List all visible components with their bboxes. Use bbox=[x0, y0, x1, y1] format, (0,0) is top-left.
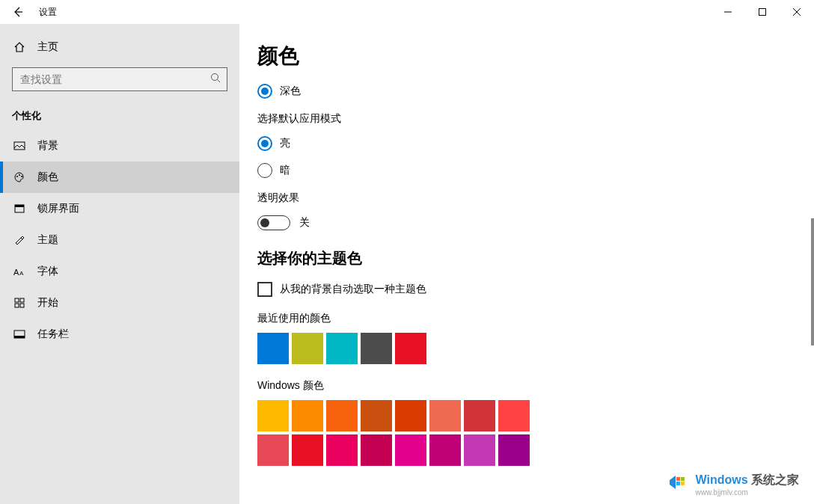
search-input[interactable] bbox=[13, 68, 227, 90]
svg-rect-11 bbox=[15, 205, 24, 207]
page-title: 颜色 bbox=[257, 42, 784, 70]
radio-dark-app[interactable]: 暗 bbox=[257, 163, 784, 178]
search-icon bbox=[210, 73, 221, 86]
sidebar-item-label: 任务栏 bbox=[37, 328, 69, 341]
color-swatch[interactable] bbox=[361, 434, 392, 466]
transparency-toggle[interactable] bbox=[257, 215, 290, 230]
checkbox-label: 从我的背景自动选取一种主题色 bbox=[280, 283, 426, 296]
radio-icon bbox=[257, 136, 272, 151]
sidebar-item-label: 开始 bbox=[37, 296, 58, 310]
color-swatch[interactable] bbox=[498, 400, 530, 431]
start-icon bbox=[12, 297, 27, 309]
svg-rect-24 bbox=[681, 482, 685, 485]
watermark-title: Windows 系统之家 bbox=[695, 473, 799, 488]
sidebar-section-title: 个性化 bbox=[0, 102, 239, 130]
svg-rect-22 bbox=[681, 477, 685, 481]
sidebar-item-label: 主题 bbox=[37, 233, 58, 247]
color-swatch[interactable] bbox=[464, 400, 495, 431]
recent-colors-label: 最近使用的颜色 bbox=[257, 312, 784, 325]
radio-label: 暗 bbox=[280, 164, 290, 177]
back-button[interactable] bbox=[0, 0, 36, 24]
windows-colors-label: Windows 颜色 bbox=[257, 379, 784, 393]
svg-rect-17 bbox=[20, 304, 24, 307]
radio-dark-windows[interactable]: 深色 bbox=[257, 84, 784, 99]
themes-icon bbox=[12, 234, 27, 246]
minimize-icon bbox=[724, 8, 732, 16]
picture-icon bbox=[12, 140, 27, 152]
color-swatch[interactable] bbox=[395, 400, 426, 431]
sidebar-item-lockscreen[interactable]: 锁屏界面 bbox=[0, 193, 239, 224]
svg-point-7 bbox=[16, 176, 18, 177]
arrow-left-icon bbox=[12, 6, 24, 18]
watermark: Windows 系统之家 www.bjjmlv.com bbox=[667, 473, 799, 497]
home-label: 主页 bbox=[37, 40, 58, 54]
color-swatch[interactable] bbox=[395, 333, 426, 364]
color-swatch[interactable] bbox=[498, 434, 530, 466]
home-icon bbox=[12, 41, 27, 53]
recent-colors-grid bbox=[257, 333, 557, 364]
radio-icon bbox=[257, 163, 272, 178]
palette-icon bbox=[12, 171, 27, 183]
scrollbar-thumb[interactable] bbox=[811, 218, 814, 345]
sidebar-item-background[interactable]: 背景 bbox=[0, 130, 239, 162]
sidebar-item-label: 背景 bbox=[37, 139, 58, 153]
svg-point-4 bbox=[212, 74, 218, 81]
content-area: 颜色 深色 选择默认应用模式 亮 暗 透明效果 关 选择你的主题色 从我的背景自… bbox=[239, 24, 814, 504]
watermark-url: www.bjjmlv.com bbox=[695, 488, 799, 497]
sidebar-item-themes[interactable]: 主题 bbox=[0, 224, 239, 256]
search-box[interactable] bbox=[12, 67, 227, 91]
fonts-icon: AA bbox=[12, 266, 27, 277]
svg-text:A: A bbox=[13, 268, 19, 277]
color-swatch[interactable] bbox=[257, 400, 289, 431]
radio-label: 深色 bbox=[280, 84, 301, 98]
svg-rect-1 bbox=[759, 9, 766, 16]
sidebar-item-fonts[interactable]: AA 字体 bbox=[0, 256, 239, 287]
minimize-button[interactable] bbox=[711, 0, 745, 24]
home-link[interactable]: 主页 bbox=[0, 33, 239, 61]
svg-marker-20 bbox=[670, 476, 676, 489]
sidebar-item-colors[interactable]: 颜色 bbox=[0, 162, 239, 193]
maximize-icon bbox=[759, 8, 766, 16]
close-button[interactable] bbox=[780, 0, 814, 24]
color-swatch[interactable] bbox=[395, 434, 426, 466]
color-swatch[interactable] bbox=[257, 333, 289, 364]
svg-line-5 bbox=[218, 80, 221, 83]
svg-rect-21 bbox=[676, 477, 680, 481]
radio-icon bbox=[257, 84, 272, 99]
auto-pick-checkbox-row[interactable]: 从我的背景自动选取一种主题色 bbox=[257, 282, 784, 297]
svg-point-9 bbox=[21, 176, 22, 177]
color-swatch[interactable] bbox=[292, 333, 323, 364]
sidebar-item-taskbar[interactable]: 任务栏 bbox=[0, 319, 239, 350]
windows-logo-icon bbox=[667, 473, 688, 497]
maximize-button[interactable] bbox=[745, 0, 780, 24]
color-swatch[interactable] bbox=[429, 434, 461, 466]
sidebar: 主页 个性化 背景 颜色 锁屏界面 主题 AA 字体 bbox=[0, 24, 239, 504]
color-swatch[interactable] bbox=[429, 400, 461, 431]
svg-rect-16 bbox=[15, 304, 19, 307]
sidebar-item-label: 锁屏界面 bbox=[37, 202, 79, 215]
window-title: 设置 bbox=[39, 6, 57, 19]
taskbar-icon bbox=[12, 328, 27, 340]
color-swatch[interactable] bbox=[326, 333, 358, 364]
sidebar-item-label: 字体 bbox=[37, 265, 58, 278]
transparency-heading: 透明效果 bbox=[257, 191, 784, 205]
svg-text:A: A bbox=[19, 270, 24, 277]
color-swatch[interactable] bbox=[257, 434, 289, 466]
sidebar-item-label: 颜色 bbox=[37, 170, 58, 184]
radio-light-app[interactable]: 亮 bbox=[257, 136, 784, 151]
checkbox-icon bbox=[257, 282, 272, 297]
color-swatch[interactable] bbox=[326, 400, 358, 431]
close-icon bbox=[793, 8, 801, 16]
svg-rect-19 bbox=[14, 336, 25, 338]
color-swatch[interactable] bbox=[464, 434, 495, 466]
windows-colors-grid bbox=[257, 400, 557, 466]
color-swatch[interactable] bbox=[361, 400, 392, 431]
sidebar-item-start[interactable]: 开始 bbox=[0, 287, 239, 319]
app-mode-heading: 选择默认应用模式 bbox=[257, 112, 784, 126]
color-swatch[interactable] bbox=[326, 434, 358, 466]
svg-point-8 bbox=[19, 174, 20, 176]
lockscreen-icon bbox=[12, 203, 27, 215]
color-swatch[interactable] bbox=[292, 400, 323, 431]
color-swatch[interactable] bbox=[361, 333, 392, 364]
color-swatch[interactable] bbox=[292, 434, 323, 466]
